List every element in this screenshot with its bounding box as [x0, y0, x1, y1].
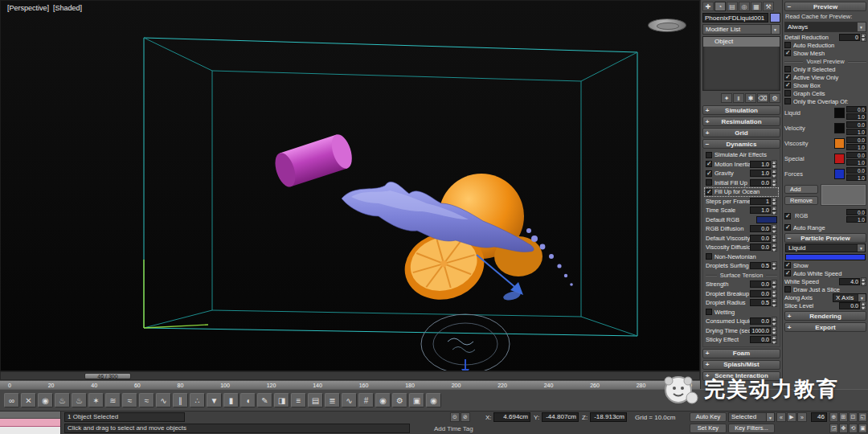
rollout-expand-icon[interactable]: +: [703, 361, 711, 368]
viewport-pov-label[interactable]: [Perspective]: [7, 4, 49, 12]
rollout-foam[interactable]: + Foam: [702, 349, 780, 358]
pin-stack-icon[interactable]: ✦: [721, 93, 732, 103]
param-spinner[interactable]: [772, 160, 777, 169]
align-icon[interactable]: ≡: [291, 393, 306, 407]
dropdown-arrow-icon[interactable]: [766, 413, 774, 421]
scene-explorer-icon[interactable]: ≣: [325, 393, 340, 407]
param-spinner[interactable]: [772, 234, 777, 243]
rgb-range-max-field[interactable]: 1.0: [846, 216, 866, 223]
option-checkbox[interactable]: [784, 82, 791, 88]
y-coordinate-field[interactable]: -44.807cm: [542, 412, 579, 422]
mirror-icon[interactable]: ◨: [274, 393, 289, 407]
phoenix-splash-icon[interactable]: ∴: [190, 393, 205, 407]
rollout-expand-icon[interactable]: +: [785, 313, 793, 320]
modify-tab-icon[interactable]: ◔: [714, 2, 726, 11]
rollout-simulation[interactable]: + Simulation: [702, 105, 780, 115]
dropdown-arrow-icon[interactable]: [771, 25, 780, 34]
param-value-field[interactable]: 1: [750, 198, 771, 205]
param-spinner[interactable]: [772, 335, 777, 344]
param-spinner[interactable]: [772, 289, 777, 298]
layer-manager-icon[interactable]: ▤: [308, 393, 323, 407]
rollout-grid[interactable]: + Grid: [702, 128, 780, 137]
param-spinner[interactable]: [772, 280, 777, 289]
particle-type-dropdown[interactable]: Liquid: [785, 244, 866, 252]
phoenix-smoke-icon[interactable]: ≋: [105, 393, 121, 407]
key-filters-button[interactable]: Key Filters...: [728, 424, 775, 433]
bind-to-spacewarp-icon[interactable]: ◉: [38, 393, 53, 407]
rollout-resimulation[interactable]: + Resimulation: [702, 117, 780, 126]
x-coordinate-field[interactable]: 4.694cm: [493, 412, 530, 422]
rollout-expand-icon[interactable]: +: [785, 324, 793, 331]
channel-range-max-field[interactable]: 1.0: [846, 174, 866, 181]
channel-range-max-field[interactable]: 1.0: [846, 129, 866, 135]
render-setup-icon[interactable]: ⚙: [392, 393, 407, 407]
viewport-canvas[interactable]: [1, 1, 700, 371]
stack-item-object[interactable]: Object: [703, 37, 780, 47]
param-color-swatch[interactable]: [756, 216, 777, 223]
param-value-field[interactable]: 0.0: [750, 244, 771, 251]
option-checkbox[interactable]: [784, 66, 791, 72]
zoom-extents-all-icon[interactable]: ◱: [858, 412, 867, 422]
particle-color-swatch[interactable]: [785, 254, 866, 260]
hierarchy-tab-icon[interactable]: ▤: [727, 2, 738, 11]
rollout-preview[interactable]: − Preview: [784, 2, 866, 11]
remove-button[interactable]: Remove: [784, 196, 818, 205]
time-slider-handle[interactable]: 46 / 300: [84, 373, 131, 379]
param-checkbox[interactable]: [706, 253, 712, 260]
phoenix-beer-icon[interactable]: ▮: [223, 393, 239, 407]
pan-icon[interactable]: ✥: [839, 424, 848, 433]
dropdown-arrow-icon[interactable]: [858, 294, 866, 301]
maximize-viewport-icon[interactable]: ▣: [858, 424, 867, 433]
phoenix-waterfall-icon[interactable]: ∥: [173, 393, 188, 407]
add-time-tag-button[interactable]: Add Time Tag: [434, 425, 473, 432]
maxscript-mini-listener[interactable]: [0, 411, 61, 434]
create-tab-icon[interactable]: ✚: [702, 2, 714, 11]
schematic-view-icon[interactable]: #: [358, 393, 374, 407]
curve-editor-icon[interactable]: ∿: [342, 393, 357, 407]
option-checkbox[interactable]: [784, 74, 791, 80]
zoom-extents-icon[interactable]: ⊡: [849, 412, 858, 422]
param-checkbox[interactable]: [706, 189, 712, 195]
param-value-field[interactable]: 0.5: [750, 299, 771, 306]
track-bar[interactable]: 0204060801001201401601802002202402602803…: [0, 380, 700, 389]
param-value-field[interactable]: 1.0: [750, 207, 771, 214]
phoenix-coffee-icon[interactable]: ◖: [240, 393, 256, 407]
phoenix-explosion-icon[interactable]: ✶: [88, 393, 104, 407]
rollout-dynamics[interactable]: − Dynamics: [702, 139, 780, 149]
rollout-expand-icon[interactable]: +: [703, 118, 711, 125]
option-checkbox[interactable]: [784, 98, 791, 104]
motion-tab-icon[interactable]: ◎: [739, 2, 750, 11]
channel-color-swatch[interactable]: [834, 108, 845, 118]
param-value-field[interactable]: 0.0: [750, 317, 771, 325]
material-editor-icon[interactable]: ◉: [375, 393, 391, 407]
option-spinner[interactable]: [861, 33, 866, 42]
param-value-field[interactable]: 0.5: [750, 262, 771, 269]
channel-color-swatch[interactable]: [834, 123, 845, 133]
param-spinner[interactable]: [772, 197, 777, 206]
dropdown-arrow-icon[interactable]: [857, 23, 866, 31]
display-tab-icon[interactable]: ▦: [751, 2, 762, 11]
phoenix-candle-icon[interactable]: ♨: [72, 393, 87, 407]
go-to-start-button[interactable]: «: [776, 412, 786, 422]
param-value-field[interactable]: 1.0: [750, 170, 771, 177]
modifier-stack[interactable]: Object: [702, 36, 780, 91]
param-checkbox[interactable]: [706, 309, 712, 315]
phoenix-ink-icon[interactable]: ✎: [257, 393, 272, 407]
selection-mode-dropdown[interactable]: Selected: [728, 412, 775, 422]
channel-range-max-field[interactable]: 1.0: [846, 159, 866, 166]
set-key-button[interactable]: Set Key: [690, 424, 727, 433]
remove-modifier-icon[interactable]: ⌫: [757, 93, 768, 103]
rollout-collapse-icon[interactable]: −: [785, 235, 793, 242]
unlink-selection-icon[interactable]: ✕: [21, 393, 36, 407]
z-coordinate-field[interactable]: -18.913cm: [590, 412, 627, 422]
param-spinner[interactable]: [772, 261, 777, 270]
param-spinner[interactable]: [772, 224, 777, 233]
selection-lock-icon[interactable]: ⊘: [461, 412, 470, 422]
mini-listener-script-row[interactable]: [0, 427, 60, 434]
auto-key-button[interactable]: Auto Key: [690, 412, 727, 422]
phoenix-cloud-icon[interactable]: ≈: [122, 393, 137, 407]
channel-range-min-field[interactable]: 0.0: [846, 152, 866, 158]
viewport[interactable]: [Perspective] [Shaded]: [0, 0, 700, 371]
orbit-icon[interactable]: ⟲: [849, 424, 858, 433]
object-color-swatch[interactable]: [770, 13, 780, 23]
